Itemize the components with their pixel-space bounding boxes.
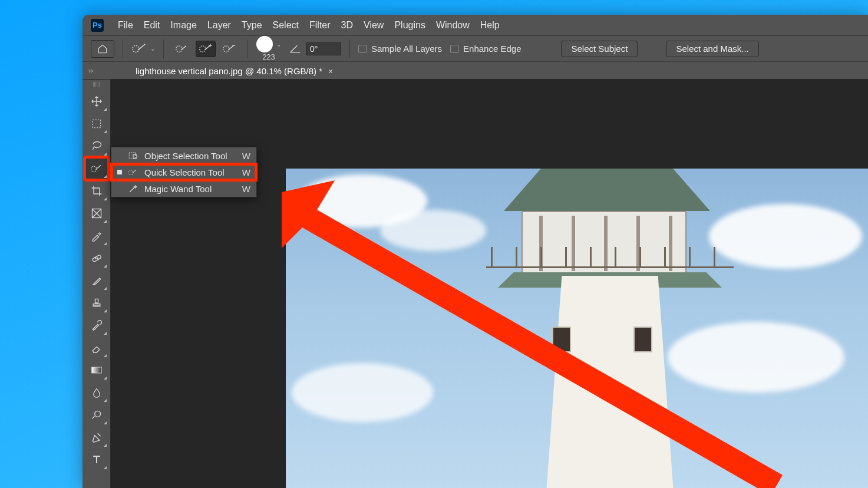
blur-tool[interactable] <box>85 381 108 404</box>
pen-tool[interactable] <box>85 426 108 449</box>
document-tab-bar: ›› lighthouse vertical pano.jpg @ 40.1% … <box>82 62 868 80</box>
brush-subtract-icon <box>222 43 236 55</box>
home-button[interactable] <box>91 40 114 58</box>
enhance-edge-checkbox[interactable]: Enhance Edge <box>450 44 521 54</box>
menu-type[interactable]: Type <box>242 20 262 31</box>
flyout-item-shortcut: W <box>242 167 250 177</box>
quick-selection-tool[interactable] <box>85 157 108 180</box>
select-and-mask-button[interactable]: Select and Mask... <box>666 41 758 57</box>
dodge-icon <box>91 409 103 421</box>
menu-help[interactable]: Help <box>480 20 500 31</box>
chevron-down-icon: ⌄ <box>276 41 281 48</box>
menu-3d[interactable]: 3D <box>341 20 353 31</box>
svg-rect-7 <box>92 255 101 262</box>
new-selection-button[interactable] <box>172 41 192 57</box>
svg-point-2 <box>200 45 206 51</box>
type-tool[interactable] <box>85 449 108 471</box>
document-title: lighthouse vertical pano.jpg @ 40.1% (RG… <box>136 66 322 76</box>
checkbox-box-icon <box>358 45 367 53</box>
pen-icon <box>91 431 103 443</box>
eyedropper-icon <box>91 230 103 242</box>
flyout-item-shortcut: W <box>242 151 250 161</box>
add-to-selection-button[interactable] <box>196 41 216 57</box>
svg-point-8 <box>95 258 96 259</box>
menu-file[interactable]: File <box>118 20 133 31</box>
quick-selection-brush-icon <box>131 43 147 55</box>
flyout-quick-selection[interactable]: Quick Selection Tool W <box>111 164 256 180</box>
toolbar-grip-icon[interactable] <box>87 82 106 87</box>
brush-angle-input[interactable] <box>306 42 341 55</box>
type-icon <box>91 454 103 466</box>
clone-stamp-tool[interactable] <box>85 292 108 314</box>
angle-icon <box>289 44 301 54</box>
lighthouse-tower <box>510 276 710 488</box>
menu-edit[interactable]: Edit <box>144 20 160 31</box>
flyout-object-selection[interactable]: Object Selection Tool W <box>111 147 256 164</box>
tool-preset-picker[interactable]: ⌄ <box>131 43 155 55</box>
menu-window[interactable]: Window <box>436 20 470 31</box>
svg-rect-4 <box>93 120 101 128</box>
collapse-toolbar-icon[interactable]: ›› <box>88 67 93 75</box>
healing-brush-tool[interactable] <box>85 247 108 269</box>
move-tool[interactable] <box>85 90 108 113</box>
sample-all-layers-label: Sample All Layers <box>371 44 442 54</box>
quick-selection-icon <box>90 163 103 174</box>
drop-icon <box>91 387 102 398</box>
gradient-icon <box>91 365 103 375</box>
history-brush-tool[interactable] <box>85 314 108 337</box>
separator <box>123 39 123 58</box>
menu-plugins[interactable]: Plugins <box>394 20 425 31</box>
eyedropper-tool[interactable] <box>85 225 108 247</box>
move-icon <box>91 95 103 107</box>
flyout-item-label: Object Selection Tool <box>144 151 236 161</box>
brush-add-icon <box>199 43 213 55</box>
svg-point-9 <box>97 258 98 259</box>
lasso-icon <box>91 140 103 152</box>
checkbox-box-icon <box>450 45 458 53</box>
options-bar: ⌄ ⌄ 223 <box>82 36 868 62</box>
flyout-item-label: Quick Selection Tool <box>144 167 236 177</box>
menu-filter[interactable]: Filter <box>309 20 331 31</box>
menu-select[interactable]: Select <box>273 20 299 31</box>
quick-selection-icon <box>128 167 138 177</box>
menu-image[interactable]: Image <box>170 20 196 31</box>
subtract-from-selection-button[interactable] <box>219 41 239 57</box>
dodge-tool[interactable] <box>85 404 108 426</box>
brush-angle <box>289 42 341 55</box>
marquee-tool[interactable] <box>85 113 108 135</box>
crop-tool[interactable] <box>85 180 108 202</box>
brush-size-picker[interactable]: ⌄ 223 <box>256 36 281 61</box>
stamp-icon <box>91 297 103 309</box>
brush-tool[interactable] <box>85 269 108 292</box>
chevron-down-icon: ⌄ <box>150 45 155 52</box>
select-subject-button[interactable]: Select Subject <box>561 41 638 57</box>
svg-point-0 <box>133 45 139 52</box>
selection-mode-group <box>172 41 239 57</box>
svg-rect-10 <box>91 367 101 373</box>
flyout-magic-wand[interactable]: Magic Wand Tool W <box>111 180 256 197</box>
tool-flyout-menu: Object Selection Tool W Quick Selection … <box>111 147 257 197</box>
close-tab-icon[interactable]: × <box>328 67 333 76</box>
document-canvas[interactable] <box>286 169 868 488</box>
flyout-item-label: Magic Wand Tool <box>144 184 236 194</box>
brush-icon <box>91 275 103 286</box>
menubar: Ps File Edit Image Layer Type Select Fil… <box>82 15 868 36</box>
sample-all-layers-checkbox[interactable]: Sample All Layers <box>358 44 442 54</box>
gradient-tool[interactable] <box>85 359 108 381</box>
active-marker-icon <box>117 170 122 174</box>
document-tab[interactable]: lighthouse vertical pano.jpg @ 40.1% (RG… <box>127 62 341 80</box>
frame-icon <box>91 207 103 219</box>
menu-layer[interactable]: Layer <box>207 20 231 31</box>
lasso-tool[interactable] <box>85 135 108 157</box>
brush-size-value: 223 <box>262 52 275 61</box>
enhance-edge-label: Enhance Edge <box>463 44 521 54</box>
photoshop-window: Ps File Edit Image Layer Type Select Fil… <box>82 15 868 488</box>
menu-view[interactable]: View <box>364 20 384 31</box>
brush-new-icon <box>175 43 189 55</box>
bandaid-icon <box>91 252 103 264</box>
canvas-area[interactable]: Object Selection Tool W Quick Selection … <box>111 80 868 488</box>
tools-toolbar <box>82 80 111 488</box>
frame-tool[interactable] <box>85 202 108 225</box>
home-icon <box>97 44 108 54</box>
eraser-tool[interactable] <box>85 337 108 359</box>
